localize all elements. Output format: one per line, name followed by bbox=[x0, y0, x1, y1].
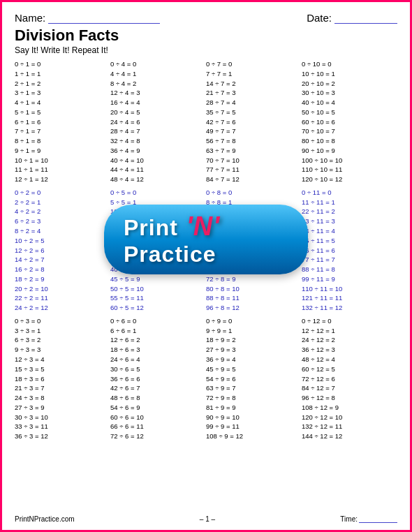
fact-item: 110 ÷ 11 = 10 bbox=[302, 284, 397, 294]
fact-item: 30 ÷ 3 = 10 bbox=[15, 413, 110, 422]
fact-item: 20 ÷ 10 = 2 bbox=[302, 79, 397, 89]
fact-item: 0 ÷ 2 = 0 bbox=[15, 188, 110, 198]
fact-item: 56 ÷ 7 = 8 bbox=[206, 136, 302, 146]
fact-item: 0 ÷ 6 = 0 bbox=[110, 316, 206, 326]
fact-item: 28 ÷ 4 = 7 bbox=[110, 126, 206, 136]
fact-item: 0 ÷ 1 = 0 bbox=[15, 59, 110, 69]
fact-item: 42 ÷ 7 = 6 bbox=[206, 117, 302, 127]
fact-item: 6 ÷ 3 = 2 bbox=[15, 335, 110, 345]
fact-item: 30 ÷ 6 = 5 bbox=[110, 364, 206, 374]
footer-page: – 1 – bbox=[75, 515, 341, 523]
fact-item: 63 ÷ 7 = 9 bbox=[206, 146, 302, 156]
fact-item: 21 ÷ 3 = 7 bbox=[15, 383, 110, 393]
fact-item: 66 ÷ 11 = 6 bbox=[302, 246, 397, 256]
fact-item: 55 ÷ 11 = 5 bbox=[302, 236, 397, 246]
fact-item: 40 ÷ 8 = 5 bbox=[206, 236, 302, 246]
fact-item: 8 ÷ 8 = 1 bbox=[206, 198, 302, 207]
fact-item: 90 ÷ 9 = 10 bbox=[206, 413, 302, 422]
fact-item: 84 ÷ 7 = 12 bbox=[206, 175, 302, 184]
fact-item: 81 ÷ 9 = 9 bbox=[206, 403, 302, 413]
fact-item: 22 ÷ 2 = 11 bbox=[15, 293, 110, 303]
fact-item: 121 ÷ 11 = 11 bbox=[302, 293, 397, 303]
fact-item: 80 ÷ 10 = 8 bbox=[302, 136, 397, 146]
time-label: Time: bbox=[340, 515, 358, 523]
fact-item: 120 ÷ 10 = 12 bbox=[302, 175, 397, 184]
fact-item: 10 ÷ 2 = 5 bbox=[15, 236, 110, 246]
fact-item: 48 ÷ 12 = 4 bbox=[302, 355, 397, 364]
footer: PrintNPractice.com – 1 – Time: bbox=[15, 513, 397, 523]
fact-item: 40 ÷ 10 = 4 bbox=[302, 98, 397, 108]
fact-item: 63 ÷ 9 = 7 bbox=[206, 383, 302, 393]
fact-item: 60 ÷ 5 = 12 bbox=[110, 303, 206, 313]
fact-item: 12 ÷ 2 = 6 bbox=[15, 246, 110, 256]
fact-item: 110 ÷ 10 = 11 bbox=[302, 165, 397, 175]
fact-item: 36 ÷ 3 = 12 bbox=[15, 431, 110, 441]
fact-item: 0 ÷ 11 = 0 bbox=[302, 188, 397, 198]
fact-item: 18 ÷ 9 = 2 bbox=[206, 335, 302, 345]
fact-item: 33 ÷ 3 = 11 bbox=[15, 422, 110, 431]
fact-item: 8 ÷ 1 = 8 bbox=[15, 136, 110, 146]
name-label: Name: bbox=[15, 12, 45, 24]
page: Name: Date: Division Facts Say It! Write… bbox=[0, 0, 412, 532]
fact-item: 18 ÷ 3 = 6 bbox=[15, 374, 110, 384]
fact-item: 16 ÷ 2 = 8 bbox=[15, 265, 110, 274]
fact-item: 36 ÷ 6 = 6 bbox=[110, 374, 206, 384]
fact-item: 3 ÷ 1 = 3 bbox=[15, 88, 110, 98]
fact-item: 36 ÷ 12 = 3 bbox=[302, 345, 397, 355]
facts-grid-1: 0 ÷ 1 = 00 ÷ 4 = 00 ÷ 7 = 00 ÷ 10 = 01 ÷… bbox=[15, 59, 397, 184]
fact-item: 3 ÷ 3 = 1 bbox=[15, 326, 110, 336]
fact-item: 6 ÷ 1 = 6 bbox=[15, 117, 110, 127]
fact-item: 1 ÷ 1 = 1 bbox=[15, 69, 110, 79]
fact-item: 45 ÷ 5 = 9 bbox=[110, 274, 206, 284]
fact-item: 77 ÷ 7 = 11 bbox=[206, 165, 302, 175]
fact-item: 4 ÷ 2 = 2 bbox=[15, 207, 110, 216]
time-underline[interactable] bbox=[359, 513, 397, 523]
fact-item: 9 ÷ 3 = 3 bbox=[15, 345, 110, 355]
fact-item: 24 ÷ 8 = 3 bbox=[206, 216, 302, 226]
fact-item: 7 ÷ 1 = 7 bbox=[15, 126, 110, 136]
fact-item: 80 ÷ 8 = 10 bbox=[206, 284, 302, 294]
fact-item: 0 ÷ 10 = 0 bbox=[302, 59, 397, 69]
fact-item: 84 ÷ 12 = 7 bbox=[302, 383, 397, 393]
fact-item: 60 ÷ 12 = 5 bbox=[302, 364, 397, 374]
fact-item: 100 ÷ 10 = 10 bbox=[302, 156, 397, 165]
fact-item: 108 ÷ 9 = 12 bbox=[206, 431, 302, 441]
fact-item: 0 ÷ 5 = 0 bbox=[110, 188, 206, 198]
fact-item: 30 ÷ 10 = 3 bbox=[302, 88, 397, 98]
fact-item: 42 ÷ 6 = 7 bbox=[110, 383, 206, 393]
fact-item: 77 ÷ 11 = 7 bbox=[302, 255, 397, 265]
fact-item: 9 ÷ 1 = 9 bbox=[15, 146, 110, 156]
name-underline[interactable] bbox=[48, 13, 160, 24]
fact-item: 50 ÷ 10 = 5 bbox=[302, 108, 397, 117]
date-field: Date: bbox=[307, 12, 397, 24]
fact-item: 24 ÷ 6 = 4 bbox=[110, 355, 206, 364]
fact-item: 90 ÷ 10 = 9 bbox=[302, 146, 397, 156]
facts-section-1: 0 ÷ 1 = 00 ÷ 4 = 00 ÷ 7 = 00 ÷ 10 = 01 ÷… bbox=[15, 59, 397, 184]
fact-item: 11 ÷ 11 = 1 bbox=[302, 198, 397, 207]
fact-item: 6 ÷ 6 = 1 bbox=[110, 326, 206, 336]
fact-item: 70 ÷ 7 = 10 bbox=[206, 156, 302, 165]
fact-item: 72 ÷ 12 = 6 bbox=[302, 374, 397, 384]
fact-item: 5 ÷ 1 = 5 bbox=[15, 108, 110, 117]
fact-item: 22 ÷ 11 = 2 bbox=[302, 207, 397, 216]
fact-item: 14 ÷ 7 = 2 bbox=[206, 79, 302, 89]
fact-item: 35 ÷ 5 = 7 bbox=[110, 255, 206, 265]
fact-item: 28 ÷ 7 = 4 bbox=[206, 98, 302, 108]
fact-item: 88 ÷ 11 = 8 bbox=[302, 265, 397, 274]
fact-item: 99 ÷ 11 = 9 bbox=[302, 274, 397, 284]
facts-grid-3: 0 ÷ 3 = 00 ÷ 6 = 00 ÷ 9 = 00 ÷ 12 = 03 ÷… bbox=[15, 316, 397, 441]
fact-item: 56 ÷ 8 = 7 bbox=[206, 255, 302, 265]
fact-item: 10 ÷ 5 = 2 bbox=[110, 207, 206, 216]
fact-item: 2 ÷ 1 = 2 bbox=[15, 79, 110, 89]
fact-item: 72 ÷ 9 = 8 bbox=[206, 393, 302, 403]
fact-item: 54 ÷ 9 = 6 bbox=[206, 374, 302, 384]
fact-item: 10 ÷ 10 = 1 bbox=[302, 69, 397, 79]
fact-item: 20 ÷ 5 = 4 bbox=[110, 226, 206, 236]
date-underline[interactable] bbox=[334, 13, 397, 24]
date-label: Date: bbox=[307, 12, 332, 24]
fact-item: 36 ÷ 9 = 4 bbox=[206, 355, 302, 364]
fact-item: 35 ÷ 7 = 5 bbox=[206, 108, 302, 117]
fact-item: 108 ÷ 12 = 9 bbox=[302, 403, 397, 413]
fact-item: 72 ÷ 6 = 12 bbox=[110, 431, 206, 441]
fact-item: 32 ÷ 4 = 8 bbox=[110, 136, 206, 146]
